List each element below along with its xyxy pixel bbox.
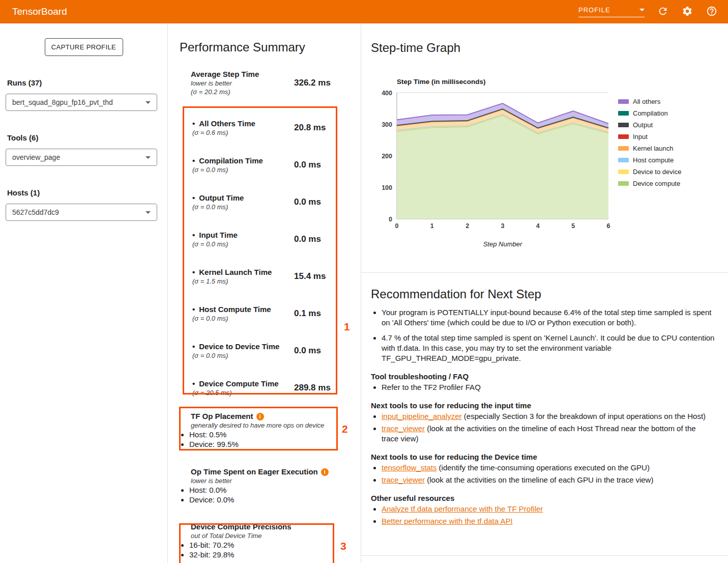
link-input-pipeline-analyzer[interactable]: input_pipeline_analyzer [382,412,462,420]
legend-label: Compilation [633,109,668,117]
info-icon[interactable] [321,468,329,476]
step-time-chart: 01002003004000123456 [371,89,615,232]
legend-swatch-icon [618,99,629,104]
svg-text:4: 4 [536,222,540,230]
link-better-performance-tfdata[interactable]: Better performance with the tf.data API [382,517,513,525]
device-tools-heading: Next tools to use for reducing the Devic… [371,453,715,461]
link-trace-viewer[interactable]: trace_viewer [382,475,425,484]
legend-label: Output [633,121,653,129]
legend-swatch-icon [618,146,629,151]
tf-op-placement-section: TF Op Placement generally desired to hav… [180,412,361,449]
svg-text:3: 3 [501,222,505,230]
legend-swatch-icon [618,170,629,174]
metric-row: Output Time(σ = 0.0 ms) 0.0 ms [180,183,361,220]
hosts-select[interactable]: 5627c5dd7dc9 [6,204,157,221]
step-time-graph-section: Step-time Graph Step Time (in millisecon… [361,23,728,273]
metric-label: Host Compute Time [192,305,294,314]
chevron-down-icon [145,101,151,104]
legend-label: All others [633,98,660,105]
settings-button[interactable] [681,6,693,18]
svg-text:200: 200 [382,153,392,160]
metric-sigma: (σ = 0.6 ms) [192,129,294,136]
list-item: 32-bit: 29.8% [189,550,361,560]
chevron-down-icon [639,9,645,11]
hosts-label: Hosts (1) [7,188,160,197]
device-compute-precisions-section: Device Compute Precisions out of Total D… [180,522,361,559]
svg-text:400: 400 [382,90,392,97]
svg-text:0: 0 [389,216,392,223]
capture-profile-button[interactable]: CAPTURE PROFILE [45,38,123,56]
faq-item: Refer to the TF2 Profiler FAQ [382,382,715,392]
legend-swatch-icon [618,134,629,139]
link-tfdata-performance[interactable]: Analyze tf.data performance with the TF … [382,504,543,513]
list-item: Host: 0.5% [189,430,361,440]
metric-value: 0.0 ms [294,234,321,244]
svg-text:6: 6 [607,222,610,230]
performance-summary-panel: Performance Summary Average Step Time lo… [168,23,361,563]
annotation-label-2: 2 [342,423,348,435]
dashboard-select[interactable]: PROFILE [578,6,645,17]
section-label: Op Time Spent on Eager Execution [191,467,318,476]
legend-item: Compilation [618,109,681,117]
annotation-label-1: 1 [344,321,350,333]
tool-item-desc: (look at the activities on the timeline … [425,475,653,484]
help-button[interactable] [706,6,718,18]
runs-label: Runs (37) [7,78,160,87]
metric-label: Compilation Time [192,156,294,165]
tool-item: tensorflow_stats (identify the time-cons… [382,463,715,473]
tool-item: input_pipeline_analyzer (especially Sect… [382,411,715,421]
tool-item-desc: (especially Section 3 for the breakdown … [462,412,706,420]
recommendation-title: Recommendation for Next Step [371,287,715,301]
link-tensorflow-stats[interactable]: tensorflow_stats [382,463,436,472]
metric-row: Compilation Time(σ = 0.0 ms) 0.0 ms [180,146,361,183]
metric-sigma: (σ = 0.0 ms) [192,240,294,248]
metric-label: Device Compute Time [192,379,294,388]
legend-item: Input [618,133,681,140]
legend-label: Device compute [633,180,680,187]
tools-select[interactable]: overview_page [6,149,157,166]
tools-label: Tools (6) [7,133,160,142]
metric-sigma: (σ = 0.0 ms) [192,203,294,211]
app-header: TensorBoard PROFILE [0,0,728,23]
metric-value: 326.2 ms [294,78,331,88]
metric-sigma: (σ = 0.0 ms) [192,315,294,322]
svg-text:100: 100 [382,184,392,191]
metric-row: Input Time(σ = 0.0 ms) 0.0 ms [180,220,361,258]
resource-item: Better performance with the tf.data API [382,516,715,526]
legend-item: Host compute [618,156,681,164]
refresh-button[interactable] [657,6,669,18]
header-actions: PROFILE [578,6,718,18]
metric-value: 0.0 ms [294,160,321,170]
eager-execution-section: Op Time Spent on Eager Execution lower i… [180,467,361,504]
runs-select[interactable]: bert_squad_8gpu_fp16_pvt_thd [6,94,157,111]
hosts-select-value: 5627c5dd7dc9 [12,208,59,216]
metric-value: 20.8 ms [294,123,326,133]
legend-item: Device compute [618,180,681,187]
metric-label: All Others Time [192,119,294,128]
legend-label: Device to device [633,168,681,176]
recommendation-bullet: Your program is POTENTIALLY input-bound … [382,307,715,328]
legend-item: Kernel launch [618,145,681,152]
metric-sigma: (σ = 0.0 ms) [192,166,294,174]
metric-value: 289.8 ms [294,383,331,393]
tool-item-desc: (identify the time-consuming operations … [436,463,650,472]
dashboard-select-value: PROFILE [578,6,610,14]
performance-summary-title: Performance Summary [180,40,361,54]
legend-item: Output [618,121,681,129]
faq-heading: Tool troubleshooting / FAQ [371,372,715,381]
metric-label: Input Time [192,231,294,239]
metric-row: Kernel Launch Time(σ = 1.5 ms) 15.4 ms [180,258,361,295]
section-note: lower is better [191,477,361,485]
metric-sigma: (σ = 20.2 ms) [191,88,294,96]
metric-note: lower is better [191,79,294,87]
step-time-graph-title: Step-time Graph [371,41,718,55]
metric-label: Kernel Launch Time [192,268,294,276]
legend-item: All others [618,98,681,105]
other-resources-heading: Other useful resources [371,494,715,502]
legend-swatch-icon [618,123,629,127]
info-icon[interactable] [256,413,264,420]
recommendation-bullet: 4.7 % of the total step time sampled is … [382,333,715,363]
link-trace-viewer[interactable]: trace_viewer [382,424,425,433]
sidebar: CAPTURE PROFILE Runs (37) bert_squad_8gp… [0,23,168,563]
svg-text:300: 300 [382,121,392,128]
